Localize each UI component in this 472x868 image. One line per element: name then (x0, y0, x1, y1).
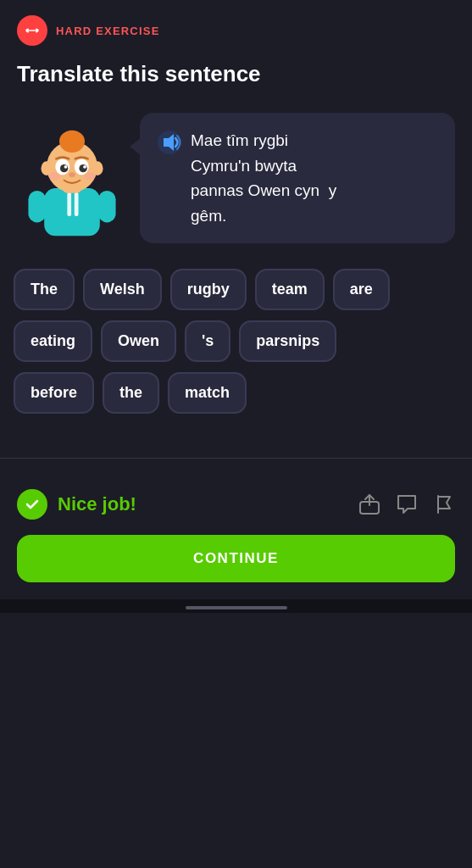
svg-rect-5 (44, 188, 100, 236)
dumbbell-icon (24, 22, 41, 39)
continue-button[interactable]: CONTINUE (17, 535, 455, 582)
check-circle-icon (17, 489, 47, 520)
character-illustration (21, 113, 123, 240)
svg-point-12 (41, 161, 52, 175)
svg-rect-2 (27, 29, 29, 33)
word-chip-the2[interactable]: the (103, 372, 159, 414)
svg-point-17 (79, 164, 86, 172)
character-section: Mae tîm rygbi Cymru'n bwyta pannas Owen … (0, 104, 472, 260)
word-chip-apostrophes[interactable]: 's (185, 320, 230, 362)
speaker-icon[interactable] (157, 130, 182, 159)
svg-rect-4 (29, 30, 36, 31)
svg-point-20 (69, 173, 75, 178)
words-row-1: The Welsh rugby team are (14, 269, 458, 310)
svg-point-18 (64, 165, 68, 169)
word-chip-before[interactable]: before (14, 372, 94, 414)
svg-point-22 (84, 173, 95, 181)
word-chip-parsnips[interactable]: parsnips (239, 320, 336, 362)
comment-button[interactable] (396, 493, 418, 515)
difficulty-icon (17, 15, 47, 46)
page-title: Translate this sentence (0, 54, 472, 104)
bottom-bar (0, 599, 472, 613)
share-button[interactable] (358, 493, 380, 515)
word-chip-owen[interactable]: Owen (101, 320, 176, 362)
word-chip-are[interactable]: are (333, 269, 390, 310)
svg-rect-7 (75, 192, 79, 216)
feedback-icons (358, 493, 455, 515)
divider (0, 458, 472, 459)
speech-bubble: Mae tîm rygbi Cymru'n bwyta pannas Owen … (140, 113, 455, 243)
header: HARD EXERCISE (0, 0, 472, 54)
svg-rect-3 (36, 29, 37, 33)
bottom-section: Nice job! (0, 476, 472, 599)
word-chip-team[interactable]: team (255, 269, 325, 310)
home-indicator (186, 606, 287, 609)
words-row-2: eating Owen 's parsnips (14, 320, 458, 362)
word-chip-eating[interactable]: eating (14, 320, 92, 362)
svg-rect-23 (28, 191, 46, 223)
word-chip-match[interactable]: match (168, 372, 247, 414)
words-section: The Welsh rugby team are eating Owen 's … (0, 260, 472, 441)
speech-text: Mae tîm rygbi Cymru'n bwyta pannas Owen … (191, 128, 336, 228)
svg-point-13 (92, 161, 103, 175)
difficulty-label: HARD EXERCISE (56, 25, 160, 37)
svg-rect-6 (67, 192, 71, 216)
svg-point-19 (83, 165, 86, 169)
word-chip-rugby[interactable]: rugby (170, 269, 247, 310)
feedback-left: Nice job! (17, 489, 136, 520)
feedback-row: Nice job! (17, 489, 455, 520)
speech-content: Mae tîm rygbi Cymru'n bwyta pannas Owen … (157, 128, 438, 228)
words-row-3: before the match (14, 372, 458, 414)
character-container (17, 113, 127, 240)
svg-point-16 (60, 164, 68, 172)
flag-button[interactable] (433, 493, 455, 515)
word-chip-the[interactable]: The (14, 269, 75, 310)
svg-point-11 (62, 136, 82, 153)
feedback-text: Nice job! (58, 493, 136, 515)
svg-point-21 (49, 173, 60, 181)
svg-rect-24 (98, 191, 116, 223)
word-chip-welsh[interactable]: Welsh (83, 269, 162, 310)
